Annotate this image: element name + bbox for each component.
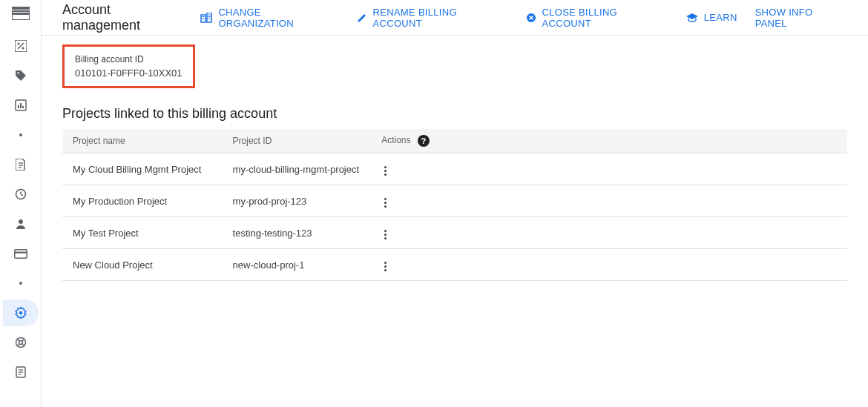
- table-row: New Cloud Projectnew-cloud-proj-1: [62, 249, 847, 281]
- project-id-cell: my-cloud-billing-mgmt-project: [223, 153, 372, 185]
- svg-rect-11: [22, 106, 24, 108]
- gear-icon: [15, 307, 27, 319]
- close-billing-account-label: Close billing account: [542, 7, 668, 29]
- document-icon: [16, 159, 26, 171]
- change-organization-label: Change organization: [218, 7, 338, 29]
- learn-button[interactable]: Learn: [677, 6, 746, 29]
- export-icon: [16, 366, 26, 378]
- kebab-menu-icon[interactable]: [381, 163, 389, 179]
- project-id-cell: testing-testing-123: [223, 217, 372, 249]
- sidebar-item-support[interactable]: [3, 329, 39, 356]
- support-icon: [15, 337, 27, 348]
- dot-icon: [19, 133, 22, 136]
- svg-line-25: [22, 339, 24, 341]
- project-name-cell: My Cloud Billing Mgmt Project: [62, 153, 223, 185]
- sidebar-item-users[interactable]: [3, 211, 39, 237]
- project-name-cell: New Cloud Project: [62, 249, 223, 281]
- table-row: My Test Projecttesting-testing-123: [62, 217, 847, 249]
- projects-table: Project name Project ID Actions ? My Clo…: [62, 129, 847, 281]
- learn-icon: [686, 13, 698, 22]
- svg-rect-19: [14, 249, 27, 258]
- sidebar-item-separator-2: [3, 270, 39, 297]
- svg-rect-1: [12, 11, 30, 20]
- credit-card-icon: [14, 249, 27, 259]
- svg-line-24: [17, 339, 19, 341]
- clock-icon: [15, 188, 27, 200]
- sidebar-item-payment[interactable]: [3, 240, 39, 267]
- project-actions-cell: [371, 185, 847, 217]
- project-id-cell: new-cloud-proj-1: [223, 249, 372, 281]
- percent-icon: [15, 40, 27, 52]
- close-circle-icon: [526, 13, 536, 23]
- svg-point-18: [19, 219, 23, 224]
- change-organization-button[interactable]: Change organization: [191, 1, 347, 35]
- svg-rect-10: [20, 103, 22, 108]
- sidebar: [0, 0, 42, 407]
- content: Billing account ID 010101-F0FFF0-10XX01 …: [42, 36, 868, 290]
- sidebar-item-export[interactable]: [3, 359, 39, 386]
- sidebar-item-history[interactable]: [3, 181, 39, 208]
- project-actions-cell: [371, 249, 847, 281]
- show-info-panel-button[interactable]: Show info panel: [746, 1, 856, 35]
- project-name-cell: My Production Project: [62, 185, 223, 217]
- sidebar-item-pricing[interactable]: [3, 62, 39, 89]
- reports-icon: [15, 99, 27, 111]
- learn-label: Learn: [704, 12, 737, 23]
- main: Account management Change organization R…: [42, 0, 868, 407]
- column-actions-label: Actions: [381, 135, 410, 145]
- dot-icon: [19, 282, 22, 285]
- topbar: Account management Change organization R…: [42, 0, 868, 36]
- rename-billing-account-label: Rename billing account: [373, 7, 508, 29]
- svg-rect-20: [14, 251, 27, 253]
- page-title: Account management: [62, 2, 191, 33]
- project-name-cell: My Test Project: [62, 217, 223, 249]
- svg-rect-9: [18, 105, 19, 108]
- billing-account-id-box: Billing account ID 010101-F0FFF0-10XX01: [62, 44, 195, 88]
- svg-rect-2: [12, 13, 30, 15]
- person-icon: [15, 218, 27, 230]
- tag-icon: [15, 70, 27, 82]
- kebab-menu-icon[interactable]: [381, 227, 389, 242]
- rename-billing-account-button[interactable]: Rename billing account: [348, 1, 517, 35]
- sidebar-item-overview[interactable]: [3, 33, 39, 59]
- organization-icon: [200, 13, 212, 23]
- column-project-id: Project ID: [223, 129, 372, 153]
- projects-section-title: Projects linked to this billing account: [62, 106, 847, 122]
- svg-point-5: [22, 47, 24, 50]
- project-id-cell: my-prod-proj-123: [223, 185, 372, 217]
- svg-point-21: [19, 311, 22, 314]
- svg-point-7: [17, 72, 19, 73]
- project-actions-cell: [371, 153, 847, 185]
- sidebar-item-reports[interactable]: [3, 92, 39, 119]
- svg-point-4: [17, 43, 19, 45]
- svg-rect-33: [207, 13, 211, 22]
- table-header-row: Project name Project ID Actions ?: [62, 129, 847, 153]
- sidebar-item-documents[interactable]: [3, 151, 39, 178]
- column-actions: Actions ?: [371, 129, 847, 153]
- svg-line-17: [21, 194, 23, 196]
- svg-line-26: [17, 344, 19, 346]
- svg-rect-0: [12, 7, 30, 10]
- svg-line-27: [22, 344, 24, 346]
- table-row: My Cloud Billing Mgmt Projectmy-cloud-bi…: [62, 153, 847, 185]
- kebab-menu-icon[interactable]: [381, 195, 389, 211]
- billing-account-id-value: 010101-F0FFF0-10XX01: [75, 67, 183, 79]
- close-billing-account-button[interactable]: Close billing account: [517, 1, 677, 35]
- show-info-panel-label: Show info panel: [755, 7, 847, 29]
- svg-point-23: [19, 341, 22, 345]
- help-icon[interactable]: ?: [418, 135, 430, 147]
- project-actions-cell: [371, 217, 847, 249]
- column-project-name: Project name: [62, 129, 223, 153]
- sidebar-item-settings[interactable]: [3, 300, 39, 326]
- kebab-menu-icon[interactable]: [381, 259, 389, 274]
- pencil-icon: [357, 13, 367, 23]
- sidebar-item-separator-1: [3, 122, 39, 148]
- billing-account-id-label: Billing account ID: [75, 54, 183, 64]
- billing-icon: [7, 3, 34, 24]
- table-row: My Production Projectmy-prod-proj-123: [62, 185, 847, 217]
